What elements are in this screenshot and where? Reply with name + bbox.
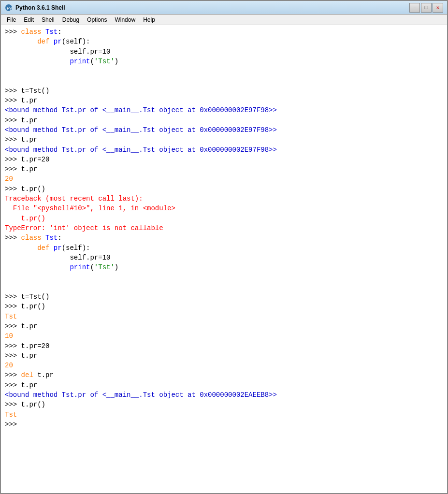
menu-options[interactable]: Options [83,15,111,24]
line-10: >>> t.pr [5,135,443,145]
menu-help[interactable]: Help [139,15,159,24]
title-bar: Py Python 3.6.1 Shell – □ ✕ [1,1,447,15]
minimize-button[interactable]: – [409,3,420,13]
line-3: self.pr=10 [5,47,443,57]
line-35: >>> t.pr() [5,400,443,409]
line-30: >>> t.pr [5,351,443,361]
line-blank-1 [5,66,443,76]
line-22: self.pr=10 [5,253,443,262]
menu-file[interactable]: File [3,15,20,24]
line-27: >>> t.pr [5,321,443,331]
line-32: >>> del t.pr [5,370,443,380]
menu-shell[interactable]: Shell [38,15,58,24]
line-14: 20 [5,174,443,184]
line-6: >>> t.pr [5,96,443,105]
python-shell-window: Py Python 3.6.1 Shell – □ ✕ File Edit Sh… [0,0,448,494]
svg-text:Py: Py [7,6,12,11]
title-bar-buttons: – □ ✕ [409,3,443,13]
line-34: <bound method Tst.pr of <__main__.Tst ob… [5,390,443,400]
line-blank-4 [5,282,443,292]
line-25: >>> t.pr() [5,302,443,311]
line-17: File "<pyshell#10>", line 1, in <module> [5,203,443,213]
title-bar-left: Py Python 3.6.1 Shell [5,4,65,12]
line-29: >>> t.pr=20 [5,341,443,351]
maximize-button[interactable]: □ [421,3,432,13]
menu-window[interactable]: Window [111,15,139,24]
line-9: <bound method Tst.pr of <__main__.Tst ob… [5,125,443,135]
line-7: <bound method Tst.pr of <__main__.Tst ob… [5,105,443,115]
line-blank-3 [5,272,443,282]
line-24: >>> t=Tst() [5,292,443,302]
line-2: def pr(self): [5,37,443,46]
line-19: TypeError: 'int' object is not callable [5,223,443,233]
shell-output-area[interactable]: >>> class Tst: def pr(self): self.pr=10 … [1,25,447,493]
line-11: <bound method Tst.pr of <__main__.Tst ob… [5,145,443,155]
line-23: print('Tst') [5,262,443,272]
line-5: >>> t=Tst() [5,86,443,96]
line-18: t.pr() [5,214,443,223]
line-37: >>> [5,420,443,429]
line-blank-2 [5,76,443,86]
line-4: print('Tst') [5,57,443,66]
line-21: def pr(self): [5,243,443,253]
line-12: >>> t.pr=20 [5,155,443,164]
line-26: Tst [5,312,443,321]
close-button[interactable]: ✕ [433,3,443,13]
line-36: Tst [5,410,443,420]
line-16: Traceback (most recent call last): [5,194,443,203]
menu-debug[interactable]: Debug [58,15,83,24]
python-icon: Py [5,4,13,12]
line-1: >>> class Tst: [5,27,443,37]
menu-bar: File Edit Shell Debug Options Window Hel… [1,15,447,25]
line-28: 10 [5,331,443,341]
window-title: Python 3.6.1 Shell [15,4,65,11]
line-8: >>> t.pr [5,116,443,125]
line-31: 20 [5,361,443,370]
line-13: >>> t.pr [5,164,443,174]
line-33: >>> t.pr [5,380,443,390]
line-15: >>> t.pr() [5,184,443,194]
menu-edit[interactable]: Edit [20,15,38,24]
line-20: >>> class Tst: [5,233,443,243]
